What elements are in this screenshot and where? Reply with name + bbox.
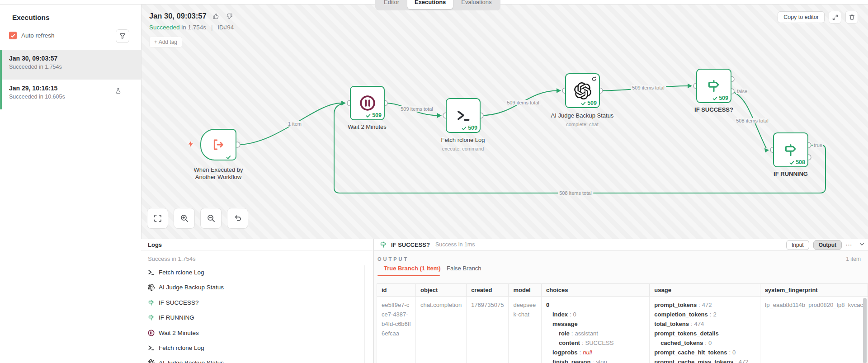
items-count: 1 item	[846, 256, 861, 262]
execution-status-line: Succeeded in 1.754s | ID#94	[149, 24, 234, 31]
openai-icon	[148, 284, 155, 291]
signpost-icon	[783, 143, 798, 157]
log-item[interactable]: IF RUNNING	[148, 314, 194, 321]
node-label: Wait 2 Minutes	[324, 123, 410, 131]
output-scrollbar[interactable]	[863, 298, 867, 363]
signpost-icon	[148, 299, 155, 306]
node-when-executed-by-another-workflow[interactable]	[200, 129, 236, 160]
openai-icon	[148, 359, 155, 363]
node-label: Fetch rclone Log execute: command	[420, 137, 506, 152]
delete-execution-button[interactable]	[845, 11, 858, 24]
node-items-badge: 509	[581, 100, 597, 106]
zoom-in-button[interactable]	[174, 208, 195, 229]
terminal-icon	[148, 344, 155, 351]
evaluation-flask-icon	[115, 88, 121, 94]
cell-model: deepseek-chat	[509, 297, 542, 363]
node-fetch-rclone-log[interactable]: 509	[446, 98, 481, 133]
execution-status: Succeeded in 1.754s	[9, 64, 141, 70]
tab-editor[interactable]: Editor	[377, 0, 406, 9]
log-item[interactable]: AI Judge Backup Status	[148, 284, 224, 291]
column-header: object	[416, 284, 467, 297]
signpost-icon	[380, 241, 387, 248]
node-ai-judge-backup-status[interactable]: 509	[565, 73, 600, 108]
node-if-success[interactable]: 509	[696, 69, 731, 103]
port-label-false: false	[736, 89, 748, 94]
cell-system-fingerprint: fp_eaab8d114b_prod0820_fp8_kvcac	[760, 297, 868, 363]
execution-date: Jan 30, 09:03:57	[9, 55, 141, 62]
edge-label: 509 items total	[505, 100, 541, 105]
execution-list-item[interactable]: Jan 29, 10:16:15 Succeeded in 10.605s	[0, 80, 141, 109]
table-row: ee5ff9e7-cce7-4387-b4fd-c6b6ff6efcaa cha…	[377, 297, 868, 363]
thumbs-up-icon[interactable]	[212, 13, 220, 20]
logs-panel: Logs Success in 1.754s Fetch rclone Log …	[141, 239, 373, 363]
add-tag-button[interactable]: + Add tag	[149, 37, 182, 47]
edge-label: 508 items total	[735, 118, 770, 123]
edge-label: 1 item	[287, 121, 303, 127]
output-table: id object created model choices usage sy…	[377, 283, 868, 363]
log-item[interactable]: Wait 2 Minutes	[148, 330, 199, 336]
input-toggle-button[interactable]: Input	[786, 240, 809, 250]
log-item[interactable]: Fetch rclone Log	[148, 344, 204, 351]
logs-title: Logs	[148, 241, 162, 248]
undo-icon	[234, 214, 242, 222]
copy-to-editor-button[interactable]: Copy to editor	[778, 11, 825, 23]
zoom-in-icon	[180, 214, 189, 222]
workflow-canvas[interactable]: 1 item 509 items total 509 items total 5…	[141, 5, 868, 239]
output-toggle-button[interactable]: Output	[813, 240, 842, 250]
edge-label: 509 items total	[631, 85, 666, 90]
cell-id: ee5ff9e7-cce7-4387-b4fd-c6b6ff6efcaa	[377, 297, 416, 363]
node-label: AI Judge Backup Status complete: chat	[539, 112, 625, 128]
zoom-out-icon	[207, 214, 215, 222]
n8n-execution-view: Editor Executions Evaluations Executions…	[0, 0, 868, 363]
expand-view-button[interactable]	[829, 11, 841, 24]
node-run-status: Success in 1ms	[435, 241, 475, 248]
openai-icon	[574, 82, 591, 99]
collapse-panel-button[interactable]	[859, 243, 864, 246]
selected-node-name: IF SUCCESS?	[391, 241, 430, 248]
cell-choices: 0 index:0 message role:assistant content…	[541, 297, 649, 363]
cell-created: 1769735075	[467, 297, 509, 363]
logs-scrollbar[interactable]	[364, 265, 365, 363]
execution-list-item[interactable]: Jan 30, 09:03:57 Succeeded in 1.754s	[0, 50, 141, 80]
logs-summary: Success in 1.754s	[148, 255, 196, 262]
node-output-panel: IF SUCCESS? Success in 1ms Input Output …	[374, 239, 868, 363]
node-items-badge: 509	[366, 112, 382, 118]
node-success-check	[226, 155, 231, 159]
chevron-down-icon	[859, 243, 864, 246]
sidebar-title: Executions	[12, 14, 50, 22]
executions-sidebar: Executions Auto refresh Jan 30, 09:03:57…	[0, 5, 142, 363]
auto-refresh-checkbox[interactable]	[9, 32, 17, 39]
node-label: IF SUCCESS?	[671, 106, 757, 113]
tab-evaluations[interactable]: Evaluations	[454, 0, 499, 9]
tab-true-branch[interactable]: True Branch (1 item)	[384, 265, 441, 272]
column-header: created	[467, 284, 509, 297]
loop-icon	[591, 76, 597, 82]
node-if-running[interactable]: 508	[773, 132, 808, 167]
reset-zoom-button[interactable]	[227, 208, 248, 229]
log-item[interactable]: Fetch rclone Log	[148, 269, 204, 276]
log-item[interactable]: IF SUCCESS?	[148, 299, 199, 306]
thumbs-down-icon[interactable]	[226, 13, 233, 20]
execution-title: Jan 30, 09:03:57	[149, 12, 207, 20]
column-header: id	[377, 284, 416, 297]
terminal-icon	[456, 108, 471, 123]
cell-usage: prompt_tokens:472 completion_tokens:2 to…	[650, 297, 760, 363]
filter-button[interactable]	[116, 29, 129, 43]
column-header: model	[509, 284, 542, 297]
table-header-row: id object created model choices usage sy…	[377, 284, 868, 297]
execution-date: Jan 29, 10:16:15	[9, 85, 141, 92]
more-options-button[interactable]: …	[845, 239, 853, 247]
fit-view-icon	[154, 214, 162, 222]
execution-status: Succeeded in 10.605s	[9, 94, 141, 100]
node-items-badge: 508	[789, 159, 805, 165]
zoom-out-button[interactable]	[200, 208, 222, 229]
fit-view-button[interactable]	[147, 208, 168, 229]
trigger-bolt-icon	[187, 140, 194, 148]
tab-executions[interactable]: Executions	[407, 0, 453, 9]
active-tab-underline	[377, 275, 440, 276]
node-wait-2-minutes[interactable]: 509	[350, 86, 385, 120]
log-item[interactable]: AI Judge Backup Status	[148, 359, 224, 363]
terminal-icon	[148, 269, 155, 276]
tab-false-branch[interactable]: False Branch	[447, 265, 481, 272]
node-label: IF RUNNING	[748, 170, 834, 178]
